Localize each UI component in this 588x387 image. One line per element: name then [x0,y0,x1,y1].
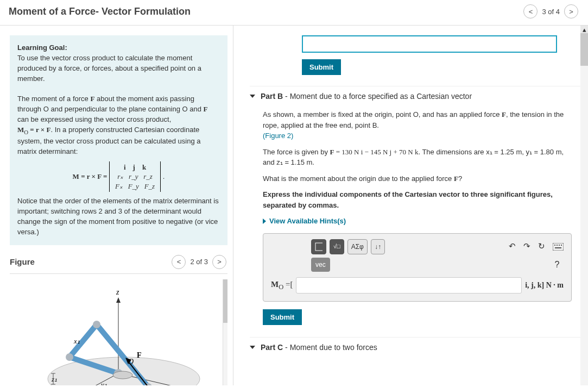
pb-instruct: Express the individual components of the… [263,190,553,209]
point-o-label: O [128,358,134,366]
part-a-answer-input[interactable] [302,35,557,53]
main-scrollbar[interactable]: ▴ [580,26,588,385]
eq-unit: i, j, k] N · m [525,281,564,289]
eq-eq: =[ [283,280,293,289]
svg-rect-23 [557,245,558,246]
learning-p1: To use the vector cross product to calcu… [17,54,201,83]
svg-marker-2 [116,297,121,303]
svg-rect-22 [554,245,555,246]
submit-button-b[interactable]: Submit [263,309,302,325]
figure-2-link[interactable]: (Figure 2) [263,132,293,140]
caret-down-icon [250,95,255,98]
matrix-r1: i j k [124,163,146,171]
submit-button-a[interactable]: Submit [302,59,341,75]
undo-icon[interactable]: ↶ [509,240,516,253]
figure-next-button[interactable]: > [212,255,226,269]
svg-point-12 [93,321,100,328]
page-title: Moment of a Force- Vector Formulation [9,6,522,17]
part-c-title: - Moment due to two forces [283,343,377,352]
force-f-label: F [137,351,142,359]
sub-sup-button[interactable]: ↓↑ [371,239,385,254]
axis-z-label: z [116,288,119,296]
pb-p2b: = 130 N i − 145 N j + 70 N k [334,148,419,156]
svg-rect-20 [315,243,323,251]
greek-button[interactable]: ΑΣφ [347,239,368,254]
figure-prev-button[interactable]: < [172,255,186,269]
figure-canvas: z y x x₁ y₁ z₁ O B F [10,273,227,385]
eq1-sub: O [24,128,28,135]
scroll-up-icon[interactable]: ▴ [580,26,588,33]
part-b-title: - Moment due to a force specified as a C… [283,92,472,101]
learning-p2a: The moment of a force [17,95,90,103]
dim-y1-label: y₁ [100,380,107,385]
hints-label: View Available Hints(s) [269,216,346,227]
dim-z1-label: z₁ [51,375,57,383]
svg-rect-26 [555,247,561,248]
pb-p2a: The force is given by [263,148,330,156]
part-c-label: Part C [261,343,283,352]
moment-answer-input[interactable] [296,277,522,294]
caret-right-icon [263,219,266,224]
svg-point-11 [66,353,73,361]
matrix-r2: rₓ r_y r_z [117,172,153,180]
answer-box: √□ ΑΣφ ↓↑ ↶ ↷ ↻ vec ? [263,233,572,302]
svg-rect-21 [553,243,564,251]
fraction-sqrt-button[interactable]: √□ [330,239,344,254]
caret-down-icon [250,346,255,349]
pb-p3b: ? [458,174,462,183]
page-indicator: 3 of 4 [542,8,560,16]
matrix-lhs: M = r × F = [73,172,108,180]
next-page-button[interactable]: > [564,4,578,18]
pb-p3a: What is the moment about the origin due … [263,174,454,183]
figure-scrollbar[interactable] [223,279,227,385]
prev-page-button[interactable]: < [523,4,538,18]
svg-rect-24 [559,245,560,246]
vec-button[interactable]: vec [311,258,330,272]
dim-x1-label: x₁ [73,337,80,345]
help-icon[interactable]: ? [551,258,564,271]
svg-rect-25 [561,245,562,246]
learning-heading: Learning Goal: [17,43,67,52]
eq-m: M [271,280,279,289]
redo-icon[interactable]: ↷ [523,240,530,253]
figure-heading: Figure [10,257,170,266]
part-c-header[interactable]: Part C - Moment due to two forces [250,337,583,357]
eq1-rhs: = r × F [28,126,50,134]
templates-button[interactable] [311,239,326,254]
pb-p1a: As shown, a member is fixed at the origi… [263,110,502,118]
keyboard-icon[interactable] [553,243,564,251]
eq-sub: O [279,283,283,291]
learning-p2c: can be expressed using the vector cross … [17,115,171,123]
reset-icon[interactable]: ↻ [538,240,545,253]
part-b-label: Part B [261,92,283,101]
learning-goal-box: Learning Goal: To use the vector cross p… [10,35,227,245]
learning-p3: Notice that the order of the elements of… [17,197,219,236]
view-hints-button[interactable]: View Available Hints(s) [263,216,572,227]
figure-indicator: 2 of 3 [190,258,208,266]
part-b-header[interactable]: Part B - Moment due to a force specified… [250,86,583,106]
matrix-r3: Fₓ F_y F_z [115,182,155,190]
eq1-lhs: M [17,126,24,134]
svg-point-14 [113,371,132,379]
